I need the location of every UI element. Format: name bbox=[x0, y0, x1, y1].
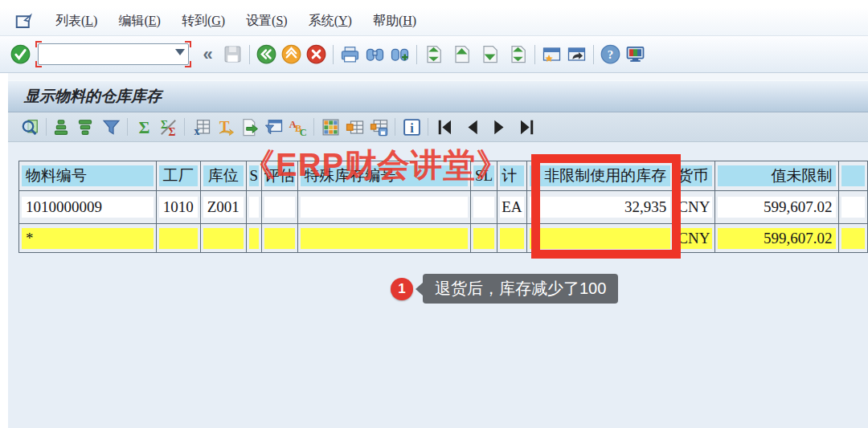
total-cell[interactable] bbox=[246, 224, 261, 253]
create-shortcut-icon[interactable] bbox=[566, 43, 588, 65]
grid-view-icon[interactable] bbox=[320, 116, 341, 137]
total-cell[interactable] bbox=[156, 224, 200, 253]
first-page-icon[interactable] bbox=[423, 43, 444, 65]
step-number-badge: 1 bbox=[391, 278, 413, 300]
data-cell-storage-location[interactable]: Z001 bbox=[200, 191, 246, 224]
highlight-rectangle bbox=[531, 154, 681, 259]
menu-list[interactable]: 列表(L) bbox=[55, 13, 97, 30]
last-page-icon[interactable] bbox=[507, 43, 529, 65]
cancel-icon[interactable] bbox=[305, 43, 327, 65]
print-icon[interactable] bbox=[339, 43, 361, 65]
table-row: 1010000009 1010 Z001 EA 32,935 CNY 599,6… bbox=[19, 191, 868, 224]
data-cell[interactable] bbox=[246, 191, 261, 224]
previous-record-icon[interactable] bbox=[461, 116, 482, 137]
export-spreadsheet-icon[interactable]: x bbox=[190, 116, 211, 137]
total-cell[interactable] bbox=[297, 224, 470, 253]
change-layout-icon[interactable] bbox=[344, 116, 365, 137]
first-record-icon[interactable] bbox=[434, 116, 455, 137]
total-cell[interactable] bbox=[200, 224, 246, 253]
menu-edit[interactable]: 编辑(E) bbox=[118, 13, 160, 30]
focus-corner bbox=[185, 41, 191, 47]
spacer-strip bbox=[8, 73, 868, 80]
application-toolbar: Σ ΣΣ x T ABC bbox=[8, 112, 868, 142]
total-cell-value[interactable]: 599,607.02 bbox=[715, 224, 839, 253]
page-up-icon[interactable] bbox=[451, 43, 473, 65]
total-cell[interactable]: * bbox=[19, 224, 157, 253]
top-margin bbox=[0, 0, 868, 7]
info-icon[interactable]: i bbox=[401, 116, 422, 137]
data-cell-plant[interactable]: 1010 bbox=[156, 191, 200, 224]
filter-icon[interactable] bbox=[100, 116, 121, 137]
save-icon[interactable] bbox=[222, 43, 244, 65]
total-cell[interactable] bbox=[497, 224, 526, 253]
menu-settings[interactable]: 设置(S) bbox=[246, 13, 288, 30]
sort-ascending-icon[interactable] bbox=[52, 116, 73, 137]
data-cell[interactable] bbox=[261, 191, 297, 224]
menu-bar: 列表(L) 编辑(E) 转到(G) 设置(S) 系统(Y) 帮助(H) bbox=[0, 7, 868, 36]
focus-corner bbox=[35, 61, 42, 67]
title-bar: 显示物料的仓库库存 bbox=[8, 80, 868, 112]
exit-icon[interactable] bbox=[280, 43, 302, 65]
header-cell[interactable]: 库位 bbox=[200, 161, 246, 191]
focus-corner bbox=[185, 61, 191, 67]
find-icon[interactable] bbox=[364, 43, 386, 65]
data-cell[interactable] bbox=[471, 191, 497, 224]
svg-text:C: C bbox=[299, 126, 306, 137]
svg-text:x: x bbox=[194, 124, 199, 137]
watermark-text: 《ERP财会讲堂》 bbox=[243, 143, 509, 187]
back-icon[interactable] bbox=[256, 43, 277, 65]
choose-layout-icon[interactable] bbox=[263, 116, 284, 137]
help-icon[interactable]: ? bbox=[600, 43, 621, 65]
data-cell-value-unrestricted[interactable]: 599,607.02 bbox=[715, 191, 839, 224]
standard-toolbar: « ? bbox=[0, 36, 868, 73]
enter-check-icon[interactable] bbox=[10, 43, 31, 65]
content-area: 物料编号 工厂 库位 S 评估 特殊库存编号 SL 计 非限制使用的库存 货币 … bbox=[8, 142, 868, 428]
export-local-file-icon[interactable] bbox=[239, 116, 260, 137]
next-record-icon[interactable] bbox=[489, 116, 510, 137]
svg-text:Σ: Σ bbox=[138, 118, 149, 137]
header-cell[interactable]: 值未限制 bbox=[715, 161, 839, 191]
find-next-icon[interactable] bbox=[389, 43, 411, 65]
subtotal-icon[interactable]: ΣΣ bbox=[158, 116, 178, 137]
focus-corner bbox=[35, 41, 42, 47]
last-record-icon[interactable] bbox=[516, 116, 537, 137]
total-cell[interactable] bbox=[261, 224, 297, 253]
save-layout-icon[interactable] bbox=[368, 116, 389, 137]
header-cell[interactable]: 工厂 bbox=[156, 161, 200, 191]
customize-layout-icon[interactable] bbox=[624, 43, 646, 65]
svg-text:?: ? bbox=[608, 48, 614, 61]
new-session-icon[interactable] bbox=[541, 43, 563, 65]
page-title: 显示物料的仓库库存 bbox=[24, 86, 162, 107]
annotation-bubble: 退货后，库存减少了100 bbox=[423, 274, 618, 304]
page-down-icon[interactable] bbox=[479, 43, 501, 65]
total-cell[interactable] bbox=[839, 224, 868, 253]
menu-system[interactable]: 系统(Y) bbox=[309, 13, 352, 30]
data-cell[interactable] bbox=[839, 191, 868, 224]
sum-icon[interactable]: Σ bbox=[133, 116, 154, 137]
table-total-row: * CNY 599,607.02 bbox=[19, 224, 868, 253]
data-cell[interactable] bbox=[297, 191, 470, 224]
data-cell-material[interactable]: 1010000009 bbox=[19, 191, 157, 224]
details-icon[interactable] bbox=[19, 116, 40, 137]
screen-icon[interactable] bbox=[13, 10, 35, 32]
word-processing-icon[interactable]: T bbox=[215, 116, 235, 137]
command-field-wrap bbox=[38, 43, 189, 65]
command-field[interactable] bbox=[38, 43, 189, 65]
data-cell-unit[interactable]: EA bbox=[497, 191, 526, 224]
total-cell[interactable] bbox=[471, 224, 497, 253]
collapse-icon[interactable]: « bbox=[197, 43, 219, 65]
abc-analysis-icon[interactable]: ABC bbox=[287, 116, 308, 137]
svg-text:i: i bbox=[410, 120, 414, 135]
svg-text:Σ: Σ bbox=[168, 125, 175, 137]
menu-help[interactable]: 帮助(H) bbox=[373, 13, 416, 30]
sort-descending-icon[interactable] bbox=[76, 116, 97, 137]
header-cell[interactable]: 物料编号 bbox=[19, 161, 157, 191]
annotation-callout: 1 退货后，库存减少了100 bbox=[391, 274, 618, 304]
command-dropdown-icon[interactable] bbox=[175, 49, 185, 55]
menu-goto[interactable]: 转到(G) bbox=[182, 13, 225, 30]
header-cell[interactable] bbox=[839, 161, 868, 191]
